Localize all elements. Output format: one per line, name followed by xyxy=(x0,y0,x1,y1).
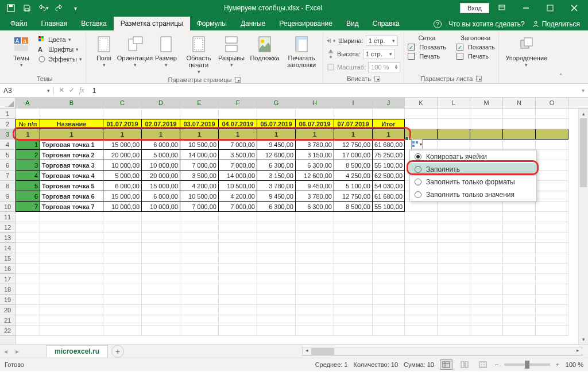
row-header-20[interactable]: 20 xyxy=(0,305,15,315)
row-header-10[interactable]: 10 xyxy=(0,202,15,212)
tab-рецензирование[interactable]: Рецензирование xyxy=(272,17,339,30)
row-header-6[interactable]: 6 xyxy=(0,160,15,171)
breaks-button[interactable]: Разрывы▾ xyxy=(217,33,246,68)
undo-icon[interactable]: ▾ xyxy=(36,2,51,14)
formula-bar-input[interactable]: 1 xyxy=(89,87,578,95)
scale-to-fit-launcher-icon[interactable] xyxy=(374,76,380,82)
select-all-button[interactable] xyxy=(0,98,16,109)
row-header-18[interactable]: 18 xyxy=(0,284,15,295)
col-header-K[interactable]: K xyxy=(405,98,438,108)
view-page-layout-icon[interactable] xyxy=(458,359,471,370)
themes-button[interactable]: Aa Темы▾ xyxy=(7,33,36,68)
qat-customize-icon[interactable]: ▾ xyxy=(68,2,83,14)
horizontal-scrollbar[interactable]: ◂▸ xyxy=(130,347,582,356)
row-header-9[interactable]: 9 xyxy=(0,191,15,202)
login-button[interactable]: Вход xyxy=(460,3,489,13)
fit-width-select[interactable]: 1 стр.▾ xyxy=(366,36,398,46)
add-sheet-button[interactable]: + xyxy=(111,345,124,358)
autosave-icon[interactable] xyxy=(3,2,18,14)
ctx-fill-formats[interactable]: Заполнить только форматы xyxy=(410,176,536,188)
name-box[interactable]: A3▾ xyxy=(0,87,54,95)
row-header-8[interactable]: 8 xyxy=(0,181,15,191)
row-header-11[interactable]: 11 xyxy=(0,212,15,222)
row-header-19[interactable]: 19 xyxy=(0,295,15,305)
tab-вид[interactable]: Вид xyxy=(339,17,366,30)
col-header-D[interactable]: D xyxy=(142,98,180,108)
formula-accept-icon[interactable]: ✓ xyxy=(69,86,75,95)
row-header-14[interactable]: 14 xyxy=(0,243,15,253)
col-header-F[interactable]: F xyxy=(219,98,257,108)
minimize-icon[interactable] xyxy=(514,0,537,16)
row-header-4[interactable]: 4 xyxy=(0,140,15,150)
print-titles-button[interactable]: Печатать заголовки xyxy=(284,33,319,68)
headings-print-checkbox[interactable]: Печать xyxy=(457,52,495,60)
background-button[interactable]: Подложка xyxy=(248,33,281,61)
col-header-G[interactable]: G xyxy=(257,98,296,108)
theme-colors-button[interactable]: Цвета▾ xyxy=(38,35,82,44)
view-normal-icon[interactable] xyxy=(440,359,452,370)
maximize-icon[interactable] xyxy=(539,0,562,16)
arrange-button[interactable]: Упорядочение▾ xyxy=(502,33,551,68)
row-header-12[interactable]: 12 xyxy=(0,222,15,233)
tab-формулы[interactable]: Формулы xyxy=(190,17,234,30)
col-header-C[interactable]: C xyxy=(103,98,142,108)
zoom-level[interactable]: 100 % xyxy=(566,361,583,368)
share-button[interactable]: Поделиться xyxy=(532,20,580,28)
vertical-scrollbar[interactable]: ▴ ▾ xyxy=(578,109,588,344)
cell-grid[interactable]: № п/пНазвание01.07.201902.07.201903.07.2… xyxy=(16,109,588,344)
tab-файл[interactable]: Файл xyxy=(3,17,34,30)
row-header-1[interactable]: 1 xyxy=(0,109,15,119)
expand-formula-bar-icon[interactable]: ▾ xyxy=(578,87,588,94)
ctx-copy-cells[interactable]: Копировать ячейки xyxy=(410,150,536,163)
formula-cancel-icon[interactable]: ✕ xyxy=(59,86,64,95)
redo-icon[interactable] xyxy=(52,2,67,14)
gridlines-view-checkbox[interactable]: ✓Показать xyxy=(408,43,446,51)
headings-view-checkbox[interactable]: ✓Показать xyxy=(457,43,495,51)
tab-справка[interactable]: Справка xyxy=(366,17,407,30)
gridlines-print-checkbox[interactable]: Печать xyxy=(408,52,446,60)
collapse-ribbon-icon[interactable]: ˄ xyxy=(554,33,568,83)
help-icon[interactable]: ? xyxy=(434,20,442,28)
tab-вставка[interactable]: Вставка xyxy=(74,17,114,30)
row-header-7[interactable]: 7 xyxy=(0,171,15,181)
row-header-15[interactable]: 15 xyxy=(0,253,15,264)
col-header-H[interactable]: H xyxy=(296,98,334,108)
tab-разметка страницы[interactable]: Разметка страницы xyxy=(114,17,190,30)
autofill-options-button[interactable]: ▾ xyxy=(411,139,423,149)
fit-scale-input[interactable]: 100 %▴▾ xyxy=(368,62,400,72)
tell-me-input[interactable]: Что вы хотите сделать? xyxy=(448,20,525,28)
row-header-22[interactable]: 22 xyxy=(0,326,15,336)
page-setup-launcher-icon[interactable] xyxy=(235,77,241,83)
col-header-B[interactable]: B xyxy=(40,98,103,108)
row-header-16[interactable]: 16 xyxy=(0,264,15,274)
sheet-options-launcher-icon[interactable] xyxy=(476,76,482,82)
view-page-break-icon[interactable] xyxy=(477,359,489,370)
col-header-E[interactable]: E xyxy=(180,98,219,108)
tab-главная[interactable]: Главная xyxy=(34,17,75,30)
col-header-J[interactable]: J xyxy=(373,98,405,108)
fit-height-select[interactable]: 1 стр.▾ xyxy=(363,49,395,59)
row-header-5[interactable]: 5 xyxy=(0,150,15,160)
ctx-fill[interactable]: Заполнить xyxy=(410,163,536,176)
print-area-button[interactable]: Область печати▾ xyxy=(183,33,215,75)
ctx-fill-values[interactable]: Заполнить только значения xyxy=(410,188,536,201)
row-header-2[interactable]: 2 xyxy=(0,119,15,129)
sheet-nav-next-icon[interactable]: ▸ xyxy=(11,347,23,355)
col-header-I[interactable]: I xyxy=(334,98,373,108)
col-header-M[interactable]: M xyxy=(470,98,503,108)
sheet-tab[interactable]: microexcel.ru xyxy=(46,345,108,357)
close-icon[interactable] xyxy=(563,0,586,16)
col-header-O[interactable]: O xyxy=(536,98,568,108)
theme-effects-button[interactable]: Эффекты▾ xyxy=(38,55,82,64)
save-icon[interactable] xyxy=(20,2,34,14)
row-header-13[interactable]: 13 xyxy=(0,233,15,243)
orientation-button[interactable]: Ориентация▾ xyxy=(121,33,149,68)
fill-handle[interactable] xyxy=(405,137,409,141)
col-header-N[interactable]: N xyxy=(503,98,536,108)
row-header-21[interactable]: 21 xyxy=(0,315,15,326)
col-header-L[interactable]: L xyxy=(438,98,470,108)
tab-данные[interactable]: Данные xyxy=(234,17,272,30)
zoom-out-button[interactable]: − xyxy=(495,361,498,368)
sheet-nav-prev-icon[interactable]: ◂ xyxy=(0,347,11,355)
size-button[interactable]: Размер▾ xyxy=(152,33,180,68)
